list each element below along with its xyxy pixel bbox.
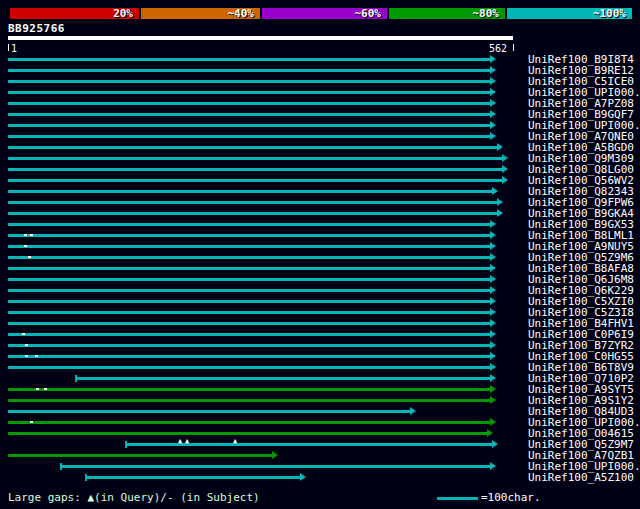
- alignment-arrowhead-icon: [490, 55, 496, 63]
- alignment-bar[interactable]: [8, 267, 490, 270]
- gap-in-query-marker-icon: ▲: [233, 437, 237, 446]
- hit-label[interactable]: UniRef100_A5Z100: [528, 472, 634, 483]
- alignment-bar[interactable]: [75, 377, 490, 380]
- alignment-arrowhead-icon: [490, 385, 496, 393]
- alignment-arrowhead-icon: [490, 363, 496, 371]
- alignment-bar[interactable]: [8, 333, 490, 336]
- alignment-bar[interactable]: [8, 410, 410, 413]
- gap-in-subject-marker-icon: [24, 245, 27, 247]
- alignment-bar[interactable]: [60, 465, 490, 468]
- alignment-bar[interactable]: [8, 124, 490, 127]
- alignment-bar[interactable]: [8, 179, 502, 182]
- alignment-start-tick: [60, 463, 62, 470]
- alignment-arrowhead-icon: [502, 176, 508, 184]
- scale-legend-bar-icon: [437, 497, 478, 500]
- alignment-start-tick: [75, 375, 77, 382]
- alignment-bar[interactable]: [8, 234, 490, 237]
- alignment-bar[interactable]: [8, 366, 490, 369]
- scale-legend-label: =100char.: [481, 492, 541, 504]
- alignment-bar[interactable]: [8, 113, 490, 116]
- alignment-arrowhead-icon: [490, 418, 496, 426]
- alignment-bar[interactable]: [8, 80, 490, 83]
- alignment-arrowhead-icon: [490, 231, 496, 239]
- alignment-arrowhead-icon: [497, 198, 503, 206]
- alignment-arrowhead-icon: [490, 110, 496, 118]
- gap-in-subject-marker-icon: [25, 344, 28, 346]
- alignment-bar[interactable]: [8, 91, 490, 94]
- alignment-arrowhead-icon: [490, 264, 496, 272]
- similarity-hit-map: 20%~40%~60%~80%~100% BB925766 1 562 UniR…: [0, 0, 640, 509]
- alignment-bar[interactable]: [8, 421, 490, 424]
- alignment-arrowhead-icon: [490, 275, 496, 283]
- alignment-arrowhead-icon: [497, 143, 503, 151]
- alignment-arrowhead-icon: [502, 165, 508, 173]
- alignment-bar[interactable]: [8, 399, 490, 402]
- alignment-arrowhead-icon: [490, 99, 496, 107]
- gaps-note: Large gaps: ▲(in Query)/- (in Subject): [8, 492, 260, 504]
- alignment-bar[interactable]: [8, 289, 490, 292]
- alignment-bar[interactable]: [8, 355, 490, 358]
- alignment-arrowhead-icon: [410, 407, 416, 415]
- alignment-arrowhead-icon: [502, 154, 508, 162]
- alignment-arrowhead-icon: [492, 187, 498, 195]
- alignment-bar[interactable]: [8, 190, 492, 193]
- alignment-bar[interactable]: [8, 300, 490, 303]
- alignment-arrowhead-icon: [490, 286, 496, 294]
- alignment-arrowhead-icon: [490, 319, 496, 327]
- alignment-bar[interactable]: [8, 157, 502, 160]
- gap-in-subject-marker-icon: [44, 388, 47, 390]
- alignment-arrowhead-icon: [490, 88, 496, 96]
- hit-row: UniRef100_A5Z100: [0, 472, 640, 483]
- alignment-bar[interactable]: [8, 58, 490, 61]
- alignment-arrowhead-icon: [492, 440, 498, 448]
- gap-in-subject-marker-icon: [24, 234, 27, 236]
- alignment-bar[interactable]: [8, 311, 490, 314]
- gap-in-subject-marker-icon: [30, 421, 33, 423]
- alignment-bar[interactable]: [8, 278, 490, 281]
- alignment-bar[interactable]: [8, 146, 497, 149]
- alignment-bar[interactable]: [8, 168, 502, 171]
- alignment-arrowhead-icon: [487, 429, 493, 437]
- alignment-bar[interactable]: [8, 212, 497, 215]
- alignment-arrowhead-icon: [490, 341, 496, 349]
- alignment-arrowhead-icon: [490, 462, 496, 470]
- alignment-bar[interactable]: [8, 388, 490, 391]
- alignment-arrowhead-icon: [272, 451, 278, 459]
- alignment-arrowhead-icon: [490, 396, 496, 404]
- alignment-arrowhead-icon: [490, 352, 496, 360]
- alignment-bar[interactable]: [8, 432, 487, 435]
- gap-in-subject-marker-icon: [28, 256, 31, 258]
- alignment-arrowhead-icon: [490, 220, 496, 228]
- alignment-arrowhead-icon: [300, 473, 306, 481]
- gap-in-query-marker-icon: ▲: [185, 437, 189, 446]
- alignment-arrowhead-icon: [490, 66, 496, 74]
- alignment-bar[interactable]: [8, 322, 490, 325]
- alignment-bar[interactable]: [8, 454, 272, 457]
- alignment-arrowhead-icon: [497, 209, 503, 217]
- alignment-bar[interactable]: [8, 245, 490, 248]
- alignment-arrowhead-icon: [490, 242, 496, 250]
- gap-in-subject-marker-icon: [22, 333, 25, 335]
- alignment-bar[interactable]: [8, 69, 490, 72]
- alignment-bar[interactable]: [85, 476, 300, 479]
- alignment-start-tick: [85, 474, 87, 481]
- alignment-bar[interactable]: [8, 256, 490, 259]
- alignment-arrowhead-icon: [490, 297, 496, 305]
- alignment-arrowhead-icon: [490, 308, 496, 316]
- alignment-arrowhead-icon: [490, 374, 496, 382]
- alignment-bar[interactable]: [8, 223, 490, 226]
- gap-in-subject-marker-icon: [35, 355, 38, 357]
- alignment-arrowhead-icon: [490, 77, 496, 85]
- alignment-arrowhead-icon: [490, 330, 496, 338]
- alignment-bar[interactable]: [8, 201, 497, 204]
- alignment-bar[interactable]: [8, 344, 490, 347]
- alignment-bar[interactable]: [8, 102, 490, 105]
- gap-in-query-marker-icon: ▲: [178, 437, 182, 446]
- alignment-bar[interactable]: [8, 135, 490, 138]
- gap-in-subject-marker-icon: [36, 388, 39, 390]
- alignment-arrowhead-icon: [490, 121, 496, 129]
- gap-in-subject-marker-icon: [25, 355, 28, 357]
- gap-in-subject-marker-icon: [30, 234, 33, 236]
- alignment-arrowhead-icon: [490, 132, 496, 140]
- alignment-start-tick: [125, 441, 127, 448]
